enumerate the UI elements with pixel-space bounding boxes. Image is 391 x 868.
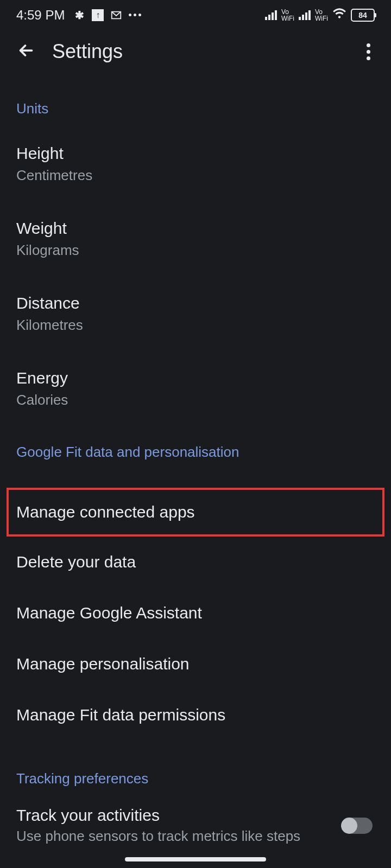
gmail-icon [110, 9, 122, 21]
signal-icon-2 [299, 10, 311, 20]
status-right: VoWiFi VoWiFi 84 [265, 7, 375, 24]
toggle-knob [341, 818, 357, 834]
upload-icon: ↑ [92, 9, 104, 21]
back-arrow-icon[interactable] [16, 41, 36, 62]
setting-value: Kilograms [16, 242, 375, 259]
navigation-bar-handle[interactable] [125, 857, 266, 861]
battery-level: 84 [358, 11, 367, 20]
section-header-fitdata: Google Fit data and personalisation [16, 444, 375, 461]
app-bar: Settings [0, 30, 391, 73]
content-area: Units Height Centimetres Weight Kilogram… [0, 73, 391, 845]
link-manage-assistant[interactable]: Manage Google Assistant [16, 588, 375, 639]
tracking-title: Track your activities [16, 806, 342, 825]
setting-title: Energy [16, 369, 375, 387]
track-activities-toggle[interactable] [342, 818, 373, 834]
setting-title: Height [16, 144, 375, 163]
app-bar-left: Settings [16, 40, 123, 63]
vowifi-label-1: VoWiFi [281, 9, 294, 22]
setting-energy[interactable]: Energy Calories [16, 369, 375, 409]
highlight-annotation: Manage connected apps [7, 488, 384, 537]
more-notifications-icon [129, 14, 141, 16]
setting-value: Centimetres [16, 167, 375, 184]
wifi-icon [332, 7, 346, 24]
setting-value: Calories [16, 392, 375, 409]
tracking-subtitle: Use phone sensors to track metrics like … [16, 828, 342, 845]
setting-value: Kilometres [16, 317, 375, 334]
link-manage-connected-apps[interactable]: Manage connected apps [16, 503, 375, 521]
tracking-text: Track your activities Use phone sensors … [16, 806, 342, 845]
signal-icon-1 [265, 10, 277, 20]
section-header-units: Units [16, 100, 375, 117]
setting-height[interactable]: Height Centimetres [16, 144, 375, 184]
setting-weight[interactable]: Weight Kilograms [16, 219, 375, 259]
setting-title: Distance [16, 294, 375, 312]
status-left: 4:59 PM ✱ ↑ [16, 8, 141, 23]
setting-distance[interactable]: Distance Kilometres [16, 294, 375, 334]
section-header-tracking: Tracking preferences [16, 770, 375, 787]
status-bar: 4:59 PM ✱ ↑ VoWiFi VoWiFi 84 [0, 0, 391, 30]
link-delete-data[interactable]: Delete your data [16, 537, 375, 588]
setting-title: Weight [16, 219, 375, 238]
status-time: 4:59 PM [16, 8, 65, 23]
battery-icon: 84 [351, 9, 375, 22]
slack-icon: ✱ [73, 9, 85, 21]
setting-track-activities[interactable]: Track your activities Use phone sensors … [16, 787, 375, 845]
link-manage-personalisation[interactable]: Manage personalisation [16, 639, 375, 690]
overflow-menu-icon[interactable] [362, 39, 375, 65]
vowifi-label-2: VoWiFi [315, 9, 328, 22]
page-title: Settings [52, 40, 123, 63]
link-manage-fit-permissions[interactable]: Manage Fit data permissions [16, 690, 375, 741]
